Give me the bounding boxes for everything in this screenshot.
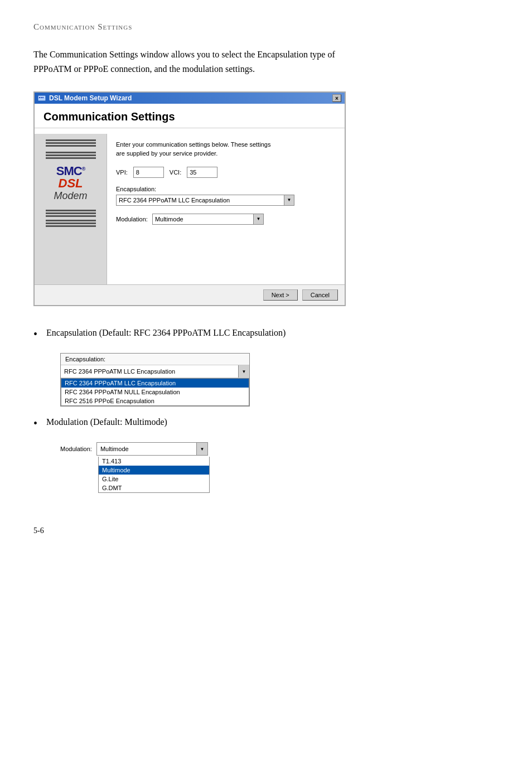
modulation-value: Multimode [153, 215, 253, 224]
modulation-row: Modulation: Multimode ▼ [116, 214, 336, 225]
svg-rect-1 [39, 97, 40, 98]
mod-label: Modulation: [60, 446, 92, 452]
enc-dropdown-list: RFC 2364 PPPoATM LLC Encapsulation RFC 2… [61, 378, 249, 406]
next-button[interactable]: Next > [263, 289, 298, 301]
mod-dropdown-list: T1.413 Multimode G.Lite G.DMT [98, 457, 210, 493]
cancel-button[interactable]: Cancel [302, 289, 338, 301]
dialog-close-btn[interactable]: × [332, 94, 341, 102]
bullet-text-1: Encapsulation (Default: RFC 2364 PPPoATM… [46, 326, 286, 340]
encapsulation-dropdown-example: Encapsulation: RFC 2364 PPPoATM LLC Enca… [60, 353, 250, 407]
bullet-2: • Modulation (Default: Multimode) [33, 415, 499, 431]
dialog-body: Communication Settings SMC® DSL Modem En… [35, 104, 345, 284]
dialog-footer: Next > Cancel [35, 284, 345, 305]
vci-input[interactable] [187, 167, 217, 178]
enc-option-2[interactable]: RFC 2364 PPPoATM NULL Encapsulation [61, 388, 249, 396]
dialog-title-section: Communication Settings [35, 104, 345, 128]
dialog-content: SMC® DSL Modem Enter your communication … [35, 128, 345, 284]
dialog-form: Enter your communication settings below.… [107, 134, 345, 284]
dialog-titlebar: DSL Modem Setup Wizard × [35, 93, 345, 104]
modulation-dropdown-example: Modulation: Multimode ▼ T1.413 Multimode… [60, 442, 216, 493]
modulation-select[interactable]: Multimode ▼ [152, 214, 264, 225]
vci-label: VCI: [170, 169, 181, 176]
dialog-window: DSL Modem Setup Wizard × Communication S… [33, 91, 346, 306]
mod-label-row: Modulation: Multimode ▼ [60, 442, 216, 456]
dialog-main-title: Communication Settings [43, 110, 336, 123]
enc-current-value: RFC 2364 PPPoATM LLC Encapsulation [61, 366, 238, 376]
encapsulation-arrow[interactable]: ▼ [284, 195, 294, 205]
page-header: Communication Settings [33, 22, 499, 32]
sidebar-stripes2 [46, 152, 96, 159]
mod-arrow-btn[interactable]: ▼ [196, 443, 207, 455]
sidebar-stripes-bottom2 [46, 220, 96, 228]
modem-icon [38, 94, 46, 102]
enc-option-3[interactable]: RFC 2516 PPPoE Encapsulation [61, 396, 249, 405]
bullet-text-2: Modulation (Default: Multimode) [46, 415, 167, 429]
mod-option-2[interactable]: Multimode [99, 466, 209, 475]
dialog-sidebar: SMC® DSL Modem [35, 134, 107, 284]
svg-rect-3 [42, 97, 43, 98]
svg-rect-2 [41, 97, 42, 98]
encapsulation-section: Encapsulation: RFC 2364 PPPoATM LLC Enca… [116, 186, 336, 206]
bullet-dot-1: • [33, 326, 37, 342]
mod-option-1[interactable]: T1.413 [99, 457, 209, 466]
sidebar-stripes-bottom [46, 210, 96, 217]
modulation-arrow[interactable]: ▼ [253, 214, 263, 224]
dialog-title-text: DSL Modem Setup Wizard [49, 94, 132, 102]
vpi-label: VPI: [116, 169, 128, 176]
mod-field-row[interactable]: Multimode ▼ [96, 442, 208, 456]
form-description: Enter your communication settings below.… [116, 141, 336, 158]
mod-option-3[interactable]: G.Lite [99, 475, 209, 483]
enc-arrow-btn[interactable]: ▼ [238, 365, 249, 378]
modulation-label: Modulation: [116, 216, 148, 222]
intro-text: The Communication Settings window allows… [33, 47, 368, 76]
enc-label-header: Encapsulation: [61, 354, 249, 365]
encapsulation-select[interactable]: RFC 2364 PPPoATM LLC Encapsulation ▼ [116, 195, 294, 206]
vpi-vci-row: VPI: VCI: [116, 167, 336, 178]
bullet-dot-2: • [33, 415, 37, 431]
mod-option-4[interactable]: G.DMT [99, 483, 209, 492]
page-number: 5-6 [33, 526, 499, 535]
enc-option-1[interactable]: RFC 2364 PPPoATM LLC Encapsulation [61, 379, 249, 388]
smc-logo: SMC® DSL Modem [54, 165, 87, 201]
vpi-input[interactable] [133, 167, 164, 178]
mod-current-value: Multimode [97, 444, 196, 454]
sidebar-stripes-top [46, 139, 96, 147]
bullet-1: • Encapsulation (Default: RFC 2364 PPPoA… [33, 326, 499, 342]
encapsulation-label: Encapsulation: [116, 186, 336, 192]
encapsulation-value: RFC 2364 PPPoATM LLC Encapsulation [117, 196, 284, 205]
enc-field-row[interactable]: RFC 2364 PPPoATM LLC Encapsulation ▼ [61, 365, 249, 378]
